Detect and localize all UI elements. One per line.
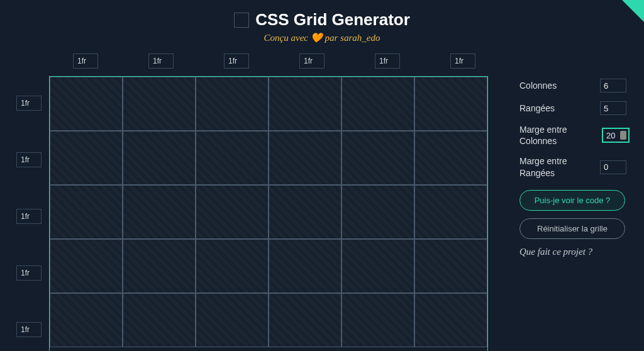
grid-cell[interactable] [123, 131, 196, 185]
grid-cell[interactable] [269, 239, 341, 293]
reset-grid-button[interactable]: Réinitialiser la grille [519, 218, 625, 239]
col-size-input-2[interactable] [224, 53, 249, 69]
col-size-input-0[interactable] [73, 53, 98, 69]
row-size-input-0[interactable] [16, 96, 42, 111]
grid-preview[interactable] [49, 76, 488, 351]
row-size-input-3[interactable] [16, 265, 42, 281]
show-code-button[interactable]: Puis-je voir le code ? [519, 190, 625, 211]
grid-cell[interactable] [341, 77, 414, 131]
subtitle-author[interactable]: sarah_edo [340, 33, 380, 43]
col-size-input-4[interactable] [375, 53, 400, 69]
header: CSS Grid Generator Conçu avec 🧡 par sara… [0, 0, 644, 43]
columns-label: Colonnes [519, 80, 557, 91]
grid-cell[interactable] [341, 185, 414, 239]
grid-cell[interactable] [196, 293, 269, 347]
grid-cell[interactable] [50, 77, 123, 131]
col-size-input-3[interactable] [299, 53, 325, 69]
rows-input[interactable] [600, 101, 626, 115]
column-gap-label: Marge entre Colonnes [519, 124, 602, 147]
grid-cell[interactable] [341, 293, 414, 347]
grid-cell[interactable] [196, 239, 269, 293]
grid-cell[interactable] [414, 293, 487, 347]
columns-input[interactable] [600, 79, 626, 92]
about-project-link[interactable]: Que fait ce projet ? [519, 247, 626, 257]
grid-cell[interactable] [196, 185, 269, 239]
grid-cell[interactable] [269, 131, 341, 185]
column-headers [49, 53, 499, 69]
grid-cell[interactable] [123, 293, 196, 347]
page-title: CSS Grid Generator [255, 10, 410, 30]
grid-cell[interactable] [50, 185, 123, 239]
row-size-input-1[interactable] [16, 152, 42, 167]
controls-sidebar: Colonnes Rangées Marge entre Colonnes Ma… [519, 53, 626, 351]
rows-label: Rangées [519, 103, 555, 114]
grid-cell[interactable] [341, 131, 414, 185]
corner-badge[interactable] [622, 0, 644, 22]
heart-icon: 🧡 [311, 33, 323, 43]
stepper-icon[interactable] [620, 131, 626, 140]
grid-cell[interactable] [123, 77, 196, 131]
grid-cell[interactable] [50, 239, 123, 293]
grid-cell[interactable] [196, 131, 269, 185]
grid-cell[interactable] [414, 239, 487, 293]
grid-cell[interactable] [341, 239, 414, 293]
row-size-input-2[interactable] [16, 209, 42, 224]
grid-cell[interactable] [196, 77, 269, 131]
grid-cell[interactable] [269, 77, 341, 131]
grid-cell[interactable] [50, 131, 123, 185]
row-headers [14, 76, 49, 351]
subtitle-by: par [325, 33, 338, 43]
col-size-input-5[interactable] [450, 53, 475, 69]
grid-cell[interactable] [414, 77, 487, 131]
subtitle-prefix: Conçu avec [264, 33, 308, 43]
row-gap-label: Marge entre Rangées [519, 155, 600, 178]
grid-cell[interactable] [269, 293, 341, 347]
row-size-input-4[interactable] [16, 322, 42, 337]
grid-cell[interactable] [50, 293, 123, 347]
subtitle: Conçu avec 🧡 par sarah_edo [0, 32, 644, 43]
grid-cell[interactable] [123, 239, 196, 293]
grid-cell[interactable] [414, 131, 487, 185]
col-size-input-1[interactable] [148, 53, 174, 69]
grid-cell[interactable] [123, 185, 196, 239]
grid-cell[interactable] [269, 185, 341, 239]
grid-logo-icon [234, 13, 249, 28]
grid-editor [14, 53, 499, 351]
grid-cell[interactable] [414, 185, 487, 239]
row-gap-input[interactable] [600, 160, 626, 174]
